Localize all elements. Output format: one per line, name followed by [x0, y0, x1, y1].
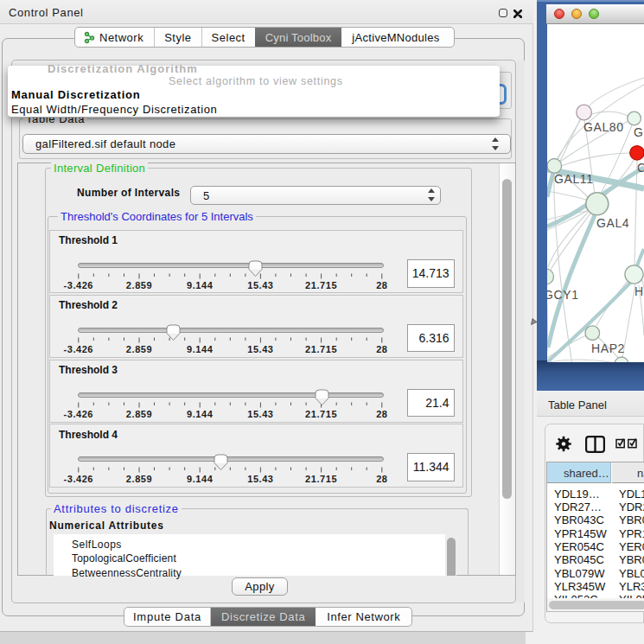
svg-text:G.: G. — [634, 125, 644, 139]
svg-text:HAP2: HAP2 — [591, 341, 625, 355]
svg-text:GAL80: GAL80 — [583, 120, 624, 134]
svg-text:GAL11: GAL11 — [554, 172, 594, 186]
svg-text:GCY1: GCY1 — [547, 288, 579, 302]
svg-text:GAL4: GAL4 — [596, 216, 629, 230]
svg-text:C: C — [637, 161, 644, 175]
svg-text:H: H — [634, 284, 644, 298]
